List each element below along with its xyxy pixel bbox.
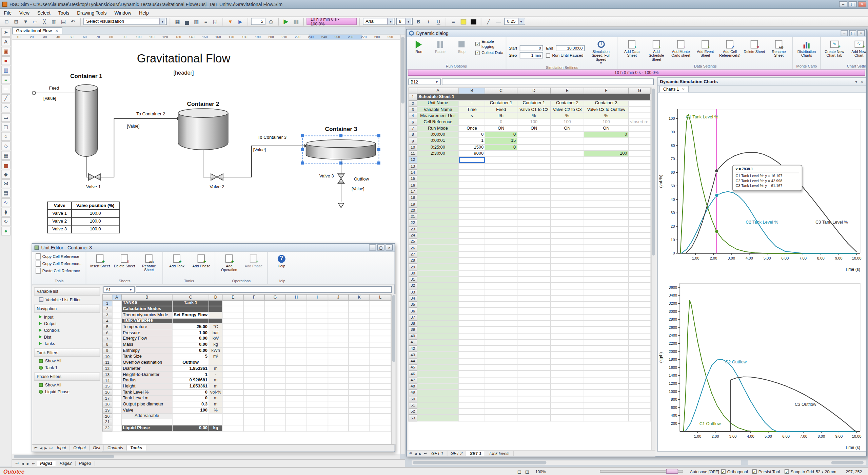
container1[interactable] (75, 88, 98, 156)
cell[interactable] (459, 195, 485, 201)
cell[interactable] (370, 413, 391, 419)
cell[interactable]: % (209, 407, 222, 413)
row-header-17[interactable]: 17 (409, 188, 417, 195)
next-page-icon[interactable]: ▶ (26, 461, 31, 465)
cell[interactable] (112, 366, 121, 372)
menu-select[interactable]: Select (33, 9, 54, 16)
cell[interactable] (349, 366, 370, 372)
cell[interactable] (584, 390, 628, 396)
cell[interactable] (222, 395, 243, 401)
run-icon[interactable]: ▶ (281, 18, 290, 25)
cell[interactable] (370, 372, 391, 378)
cell[interactable] (517, 352, 550, 358)
cell[interactable] (370, 395, 391, 401)
cell[interactable] (112, 342, 121, 348)
cell[interactable] (629, 371, 651, 377)
cell[interactable] (459, 119, 485, 126)
cell[interactable] (629, 188, 651, 195)
cell[interactable] (370, 407, 391, 413)
cell[interactable] (417, 277, 459, 283)
row-header-30[interactable]: 30 (409, 270, 417, 277)
cell[interactable] (629, 308, 651, 314)
cell[interactable] (517, 371, 550, 377)
play-blue-icon[interactable]: ▶ (236, 18, 245, 25)
variable-list-editor-item[interactable]: Variable List Editor (32, 296, 102, 303)
cell[interactable] (517, 302, 550, 308)
cell[interactable] (328, 300, 349, 306)
cell[interactable] (307, 312, 328, 318)
cell[interactable] (417, 358, 459, 365)
cut-icon[interactable]: ╳ (40, 18, 49, 25)
cell[interactable] (286, 336, 307, 342)
row-header-14[interactable]: 14 (409, 169, 417, 176)
row-header-38[interactable]: 38 (409, 320, 417, 327)
cell[interactable] (417, 346, 459, 352)
cell[interactable]: Tank Level m (121, 395, 172, 401)
menu-tools[interactable]: Tools (54, 9, 73, 16)
prev-sheet-icon[interactable]: ◀ (39, 446, 43, 450)
dock-icon[interactable]: ▼ (854, 79, 858, 84)
persist-tool-toggle[interactable]: ✓Persist Tool (752, 469, 780, 474)
cell[interactable] (222, 383, 243, 390)
row-header-9[interactable]: 9 (103, 348, 112, 354)
cell[interactable] (459, 163, 485, 170)
cell[interactable] (307, 413, 328, 419)
cell[interactable] (328, 312, 349, 318)
cell[interactable] (551, 270, 584, 277)
polyline-tool[interactable]: ╱ (1, 94, 11, 103)
row-header-11[interactable]: 11 (103, 360, 112, 366)
cell[interactable]: kg (209, 342, 222, 348)
cell[interactable] (459, 232, 485, 239)
font-size-dropdown[interactable]: 8▼ (396, 18, 413, 25)
cell[interactable] (172, 318, 209, 324)
tools-button-0[interactable]: Copy Cell Reference (35, 253, 84, 260)
cell[interactable]: TANKS (121, 300, 172, 306)
cell[interactable] (629, 132, 651, 138)
cell[interactable] (551, 327, 584, 333)
cell[interactable] (551, 346, 584, 352)
cell[interactable] (584, 352, 628, 358)
cell[interactable]: Pressure (121, 330, 172, 336)
table-tool[interactable]: ▦ (1, 151, 11, 160)
cell[interactable] (629, 138, 651, 145)
cell[interactable] (264, 324, 285, 330)
cell[interactable]: 0.3 (172, 401, 209, 407)
cell[interactable] (459, 245, 485, 251)
cell[interactable] (629, 169, 651, 176)
cell[interactable] (209, 413, 222, 419)
cell[interactable] (417, 415, 459, 421)
flowsheet-vscrollbar[interactable] (400, 35, 405, 454)
cell[interactable]: % (584, 113, 628, 119)
cell[interactable] (459, 295, 485, 302)
cell[interactable] (551, 251, 584, 258)
cell[interactable] (459, 377, 485, 383)
cell[interactable] (286, 383, 307, 390)
row-header-32[interactable]: 32 (409, 283, 417, 289)
cell[interactable]: Unit Name (417, 100, 459, 107)
cell[interactable] (551, 264, 584, 270)
cell[interactable] (629, 195, 651, 201)
cell[interactable] (112, 395, 121, 401)
cell[interactable]: m³ (209, 354, 222, 360)
cell[interactable] (286, 413, 307, 419)
cell[interactable] (459, 358, 485, 365)
close-tab-icon[interactable]: ✕ (682, 87, 685, 92)
cell[interactable] (551, 157, 584, 163)
cell[interactable] (517, 277, 550, 283)
cell[interactable] (584, 277, 628, 283)
first-sheet-icon[interactable]: ⏮ (408, 452, 413, 455)
cell[interactable] (629, 352, 651, 358)
sheet-tab-input[interactable]: Input (54, 445, 70, 451)
cell[interactable] (517, 132, 550, 138)
cell[interactable] (485, 320, 517, 327)
cell[interactable] (551, 176, 584, 182)
charts-tab[interactable]: Charts 1✕ (659, 86, 689, 93)
cell[interactable]: Tank 1 (172, 300, 209, 306)
cell[interactable] (264, 395, 285, 401)
row-header-25[interactable]: 25 (409, 239, 417, 245)
minimize-icon[interactable]: – (839, 1, 848, 7)
cell[interactable] (370, 324, 391, 330)
cell[interactable] (370, 366, 391, 372)
cell[interactable] (485, 289, 517, 296)
cell[interactable] (584, 188, 628, 195)
